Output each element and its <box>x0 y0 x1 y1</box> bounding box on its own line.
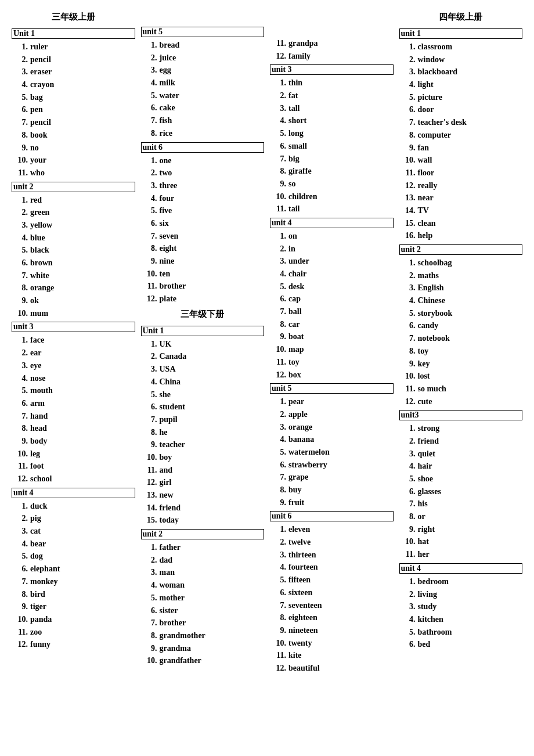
list-item: 5.picture <box>399 91 523 104</box>
list-item: 8.eighteen <box>270 611 394 624</box>
list-item: 9.right <box>399 523 523 536</box>
list-item: 4.Chinese <box>399 294 523 307</box>
list-item: 14.friend <box>141 502 265 514</box>
list-item: 2.friend <box>399 435 523 448</box>
list-item: 10.boy <box>141 451 265 464</box>
list-item: 3.study <box>399 600 523 613</box>
list-item: 9.key <box>399 358 523 370</box>
list-item: 3.three <box>141 179 265 192</box>
unit-header-c2-xUnit1: Unit 1 <box>141 326 265 336</box>
list-item: 4.crayon <box>12 78 135 91</box>
list-item: 10.lost <box>399 370 523 383</box>
list-item: 4.kitchen <box>399 613 523 626</box>
list-item: 1.classroom <box>399 41 523 53</box>
list-item: 8.buy <box>270 484 394 496</box>
list-item: 5.water <box>141 89 265 102</box>
list-item: 4.woman <box>141 579 265 592</box>
list-item: 2.living <box>399 588 523 601</box>
list-item: 7.seven <box>141 230 265 243</box>
col1-title: 三年级上册 <box>12 12 135 23</box>
list-item: 3.USA <box>141 363 265 376</box>
list-item: 2.window <box>399 53 523 66</box>
list-item: 12.plate <box>141 293 265 305</box>
list-item: 2.twelve <box>270 536 394 549</box>
list-item: 3.blackboard <box>399 66 523 78</box>
list-item: 8.he <box>141 426 265 439</box>
list-item: 7.fish <box>141 114 265 127</box>
list-item: 1.eleven <box>270 523 394 536</box>
list-item: 2.fat <box>270 89 394 102</box>
list-item: 6.small <box>270 140 394 153</box>
list-item: 5.dog <box>12 550 135 563</box>
list-item: 9.tiger <box>12 600 135 613</box>
list-item: 7.teacher's desk <box>399 116 523 129</box>
list-item: 3.orange <box>270 421 394 434</box>
list-item: 10.wall <box>399 154 523 167</box>
list-item: 2.juice <box>141 52 265 64</box>
list-item: 9.grandma <box>141 642 265 655</box>
list-item: 7.grape <box>270 471 394 484</box>
list-item: 7.pupil <box>141 413 265 426</box>
list-item: 4.short <box>270 114 394 127</box>
list-item: 6.six <box>141 217 265 230</box>
list-item: 2.pig <box>12 512 135 525</box>
list-item: 3.English <box>399 282 523 294</box>
list-item: 1.schoolbag <box>399 257 523 269</box>
list-item: 3.man <box>141 566 265 579</box>
list-item: 1.bedroom <box>399 575 523 588</box>
list-item: 9.nineteen <box>270 624 394 637</box>
list-item: 5.watermelon <box>270 446 394 459</box>
list-item: 3.eye <box>12 359 135 372</box>
list-item: 5.storybook <box>399 307 523 320</box>
list-item: 10.hat <box>399 535 523 548</box>
list-item: 1.UK <box>141 338 265 351</box>
list-item: 1.father <box>141 541 265 554</box>
list-item: 1.on <box>270 230 394 243</box>
list-item: 3.cat <box>12 525 135 538</box>
list-item: 7.hand <box>12 410 135 423</box>
list-item: 14.TV <box>399 204 523 217</box>
col2-subtitle: 三年级下册 <box>141 309 265 320</box>
column-2: unit 5 1.bread 2.juice 3.egg 4.milk 5.wa… <box>141 12 265 675</box>
column-4: 四年级上册 unit 1 1.classroom 2.window 3.blac… <box>399 12 523 675</box>
list-item: 4.blue <box>12 232 135 244</box>
unit-header-c3-u4: unit 4 <box>270 218 394 228</box>
list-item: 1.thin <box>270 77 394 89</box>
list-item: 5.she <box>141 388 265 401</box>
list-item: 11.floor <box>399 167 523 179</box>
list-item: 4.milk <box>141 77 265 89</box>
list-item: 2.pencil <box>12 53 135 66</box>
list-item: 5.black <box>12 244 135 257</box>
list-item: 5.bag <box>12 91 135 104</box>
list-item: 6.door <box>399 103 523 116</box>
list-item: 1.face <box>12 334 135 347</box>
list-item: 2.ear <box>12 347 135 359</box>
list-item: 9.fruit <box>270 496 394 509</box>
list-item: 3.quiet <box>399 448 523 460</box>
list-item: 3.yellow <box>12 219 135 232</box>
list-item: 9.nine <box>141 255 265 268</box>
list-item: 5.desk <box>270 280 394 293</box>
list-item: 2.apple <box>270 408 394 421</box>
list-item: 6.cake <box>141 102 265 114</box>
list-item: 6.cap <box>270 293 394 305</box>
list-item: 3.egg <box>141 64 265 77</box>
list-item: 10.children <box>270 190 394 203</box>
list-item: 1.one <box>141 154 265 167</box>
list-item: 11.zoo <box>12 626 135 639</box>
list-item: 2.dad <box>141 554 265 567</box>
list-item: 7.ball <box>270 305 394 318</box>
list-item: 16.help <box>399 229 523 242</box>
list-item: 6.candy <box>399 319 523 332</box>
list-item: 9.no <box>12 142 135 154</box>
unit-header-c1-u3: unit 3 <box>12 322 135 332</box>
unit-header-c3-u3: unit 3 <box>270 64 394 75</box>
list-item: 8.toy <box>399 345 523 358</box>
list-item: 8.eight <box>141 242 265 255</box>
list-item: 12.really <box>399 179 523 192</box>
list-item: 10.panda <box>12 613 135 626</box>
list-item: 7.seventeen <box>270 599 394 612</box>
list-item: 8.car <box>270 318 394 331</box>
list-item: 3.tall <box>270 102 394 115</box>
list-item: 7.his <box>399 498 523 510</box>
